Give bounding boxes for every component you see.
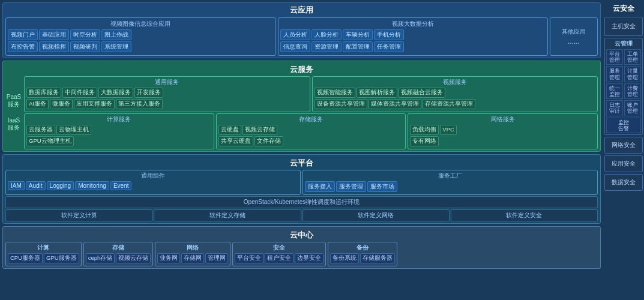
storage-title: 存储服务	[218, 115, 404, 124]
sdn-row: 软件定义计算 软件定义存储 软件定义网络 软件定义安全	[5, 209, 598, 221]
tag-audit: Audit	[26, 181, 46, 190]
cloud-app-section: 云应用 视频图像信息综合应用 视频门户 基础应用 时空分析 图上作战 布控告警 …	[2, 2, 601, 58]
compute-service-box: 计算服务 云服务器 云物理主机 GPU云物理主机	[24, 113, 214, 149]
tag-3rd-party: 第三方接入服务	[116, 99, 163, 109]
other-apps-content: ......	[562, 37, 586, 46]
compute-row2: GPU云物理主机	[26, 136, 212, 146]
tag-monitoring: Monitoring	[75, 181, 109, 190]
tag-file-storage: 文件存储	[254, 136, 283, 146]
tag-gpu-phys: GPU云物理主机	[26, 136, 74, 146]
video-image-box: 视频图像信息综合应用 视频门户 基础应用 时空分析 图上作战 布控告警 视频指挥…	[5, 17, 276, 56]
tag-task: 任务管理	[374, 41, 404, 52]
tag-sdn-security: 软件定义安全	[451, 209, 598, 221]
general-service-box: 通用服务 数据库服务 中间件服务 大数据服务 开发服务 AI服务 微服务 应用支…	[24, 76, 310, 112]
center-security-group: 安全 平台安全 租户安全 边界安全	[232, 242, 326, 266]
data-security-block: 数据安全	[604, 174, 643, 191]
mgmt-row2: 服务管理 计量管理	[606, 66, 641, 82]
general-components-box: 通用组件 IAM Audit Logging Monitoring Event	[5, 170, 301, 195]
network-row2: 专有网络	[410, 136, 595, 146]
tag-sdn-compute: 软件定义计算	[5, 209, 152, 221]
mgmt-row3: 统一监控 计费管理	[606, 83, 641, 99]
tag-vid-storage: 视频云存储	[242, 125, 277, 135]
tag-phone: 手机分析	[374, 29, 404, 40]
tag-vpc: VPC	[440, 125, 457, 135]
video-image-row1: 视频门户 基础应用 时空分析 图上作战	[8, 29, 274, 40]
tag-svc-market: 服务市场	[367, 181, 397, 192]
service-factory-box: 服务工厂 服务接入 服务管理 服务市场	[302, 170, 598, 195]
tag-backup-sys: 备份系统	[330, 253, 359, 263]
center-network-group: 网络 业务网 存储网 管理网	[155, 242, 230, 266]
platform-inner: 通用组件 IAM Audit Logging Monitoring Event …	[5, 170, 598, 195]
tag-cpu-server: CPU服务器	[8, 253, 43, 263]
vid-svc-row2: 设备资源共享管理 媒体资源共享管理 存储资源共享管理	[314, 99, 596, 109]
center-backup-group: 备份 备份系统 存储服务器	[328, 242, 397, 266]
video-big-data-box: 视频大数据分析 人员分析 人脸分析 车辆分析 手机分析 信息查询 资源管理 配置…	[278, 17, 549, 56]
tag-db: 数据库服务	[26, 88, 61, 98]
video-service-box: 视频服务 视频智能服务 视图解析服务 视频融合云服务 设备资源共享管理 媒体资源…	[312, 76, 598, 112]
tag-cloud-server: 云服务器	[26, 125, 55, 135]
cloud-app-inner: 视频图像信息综合应用 视频门户 基础应用 时空分析 图上作战 布控告警 视频指挥…	[5, 17, 598, 56]
cloud-center-title: 云中心	[5, 229, 598, 242]
tag-map-battle: 图上作战	[101, 29, 131, 40]
tag-sdn-storage: 软件定义存储	[154, 209, 301, 221]
app-security-label: 应用安全	[612, 160, 636, 168]
video-bigdata-title: 视频大数据分析	[280, 20, 546, 28]
cloud-service-title: 云服务	[5, 63, 598, 76]
tag-alert: 布控告警	[8, 41, 38, 52]
iaas-row: 计算服务 云服务器 云物理主机 GPU云物理主机 存储服务	[24, 113, 598, 149]
paas-label: PaaS服务	[7, 94, 21, 109]
service-factory-title: 服务工厂	[305, 172, 595, 180]
tag-middleware: 中间件服务	[62, 88, 97, 98]
service-mgmt-cell: 服务管理	[606, 66, 623, 82]
compute-row1: 云服务器 云物理主机	[26, 125, 212, 135]
monitor-alert-cell: 监控告警	[606, 118, 641, 133]
tag-ai: AI服务	[26, 99, 49, 109]
tag-person: 人员分析	[280, 29, 310, 40]
tag-svc-access: 服务接入	[305, 181, 335, 192]
center-storage-row: ceph存储 视频云存储	[86, 253, 151, 263]
center-backup-row: 备份系统 存储服务器	[330, 253, 395, 263]
tag-video-cmd: 视频指挥	[39, 41, 69, 52]
network-row1: 负载均衡 VPC	[410, 125, 595, 135]
tag-logging: Logging	[47, 181, 74, 190]
account-mgmt-cell: 账户管理	[624, 100, 641, 116]
video-service-title: 视频服务	[314, 78, 596, 86]
app-security-block: 应用安全	[604, 155, 643, 172]
vid-svc-row1: 视频智能服务 视图解析服务 视频融合云服务	[314, 88, 596, 98]
tag-video-portal: 视频门户	[8, 29, 38, 40]
tag-info-query: 信息查询	[280, 41, 310, 52]
tag-private-net: 专有网络	[410, 136, 439, 146]
compute-title: 计算服务	[26, 115, 212, 124]
tag-res-mgmt: 资源管理	[311, 41, 342, 52]
tag-biz-net: 业务网	[157, 253, 180, 263]
center-network-title: 网络	[157, 244, 228, 252]
data-security-label: 数据安全	[612, 178, 636, 187]
tag-ceph: ceph存储	[86, 253, 115, 263]
tag-config: 配置管理	[343, 41, 373, 52]
tag-cloud-phys: 云物理主机	[56, 125, 91, 135]
network-service-box: 网络服务 负载均衡 VPC 专有网络	[408, 113, 598, 149]
main-container: 云应用 视频图像信息综合应用 视频门户 基础应用 时空分析 图上作战 布控告警 …	[0, 0, 644, 300]
tag-iam: IAM	[8, 181, 25, 190]
mgmt-row4: 日志审计 账户管理	[606, 100, 641, 116]
storage-service-box: 存储服务 云硬盘 视频云存储 共享云硬盘 文件存储	[216, 113, 406, 149]
tag-boundary-sec: 边界安全	[295, 253, 324, 263]
tag-cloud-disk: 云硬盘	[218, 125, 241, 135]
tag-face: 人脸分析	[311, 29, 342, 40]
video-image-title: 视频图像信息综合应用	[8, 20, 274, 28]
mgmt-row5: 监控告警	[606, 118, 641, 133]
cloud-platform-section: 云平台 通用组件 IAM Audit Logging Monitoring Ev…	[2, 154, 601, 224]
openstack-bar: OpenStack/Kubernetes弹性调度和运行环境	[5, 196, 598, 208]
tag-storage-share: 存储资源共享管理	[423, 99, 475, 109]
general-service-title: 通用服务	[26, 78, 308, 86]
cloud-platform-title: 云平台	[5, 157, 598, 170]
cloud-management-block: 云管理 平台管理 工单管理 服务管理 计量管理 统一监控 计费管理 日志审计 账…	[604, 38, 643, 135]
ticket-mgmt-cell: 工单管理	[624, 49, 641, 65]
service-label-col: PaaS服务 IaaS服务	[5, 76, 22, 149]
billing-cell: 计费管理	[624, 83, 641, 99]
network-security-block: 网络安全	[604, 137, 643, 154]
center-security-title: 安全	[235, 244, 324, 252]
tag-gpu-server: GPU服务器	[44, 253, 79, 263]
tag-lb: 负载均衡	[410, 125, 439, 135]
tag-dev: 开发服务	[134, 88, 163, 98]
